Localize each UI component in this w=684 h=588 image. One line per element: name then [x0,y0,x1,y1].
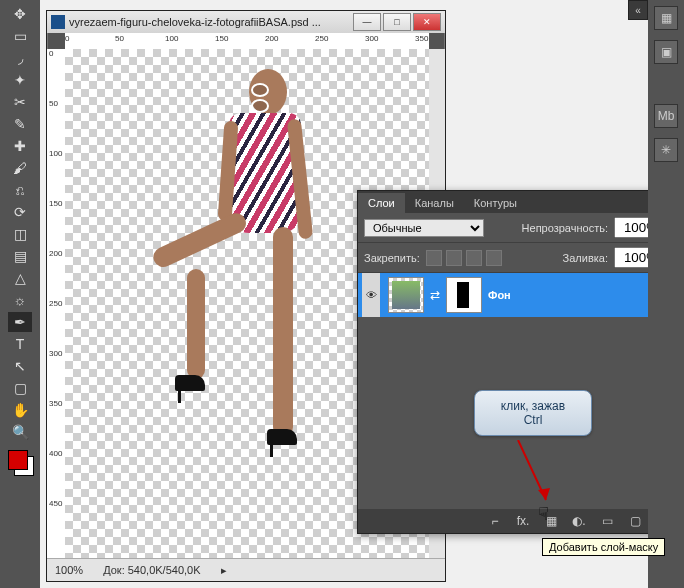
close-button[interactable]: ✕ [413,13,441,31]
layer-name[interactable]: Фон [488,289,511,301]
ruler-vertical[interactable]: 0 50 100 150 200 250 300 350 400 450 [47,49,65,559]
layer-row[interactable]: 👁 ⇄ Фон [358,273,680,317]
tab-layers[interactable]: Слои [358,193,405,213]
blend-row: Обычные Непрозрачность: ▸ [358,213,680,243]
fill-label: Заливка: [563,252,608,264]
link-icon[interactable]: ⇄ [430,288,440,302]
minimize-button[interactable]: — [353,13,381,31]
eraser-tool[interactable]: ◫ [8,224,32,244]
link-icon[interactable]: ⌐ [486,512,504,530]
lock-all-icon[interactable] [486,250,502,266]
ruler-horizontal[interactable]: 0 50 100 150 200 250 300 350 [65,33,429,49]
status-arrow[interactable]: ▸ [221,564,227,577]
layers-panel: Слои Каналы Контуры ▸≡ Обычные Непрозрач… [357,190,681,534]
titlebar[interactable]: vyrezaem-figuru-cheloveka-iz-fotografiiB… [47,11,445,33]
instruction-callout: клик, зажав Ctrl [474,390,592,436]
cutout-figure [157,69,337,499]
lock-transparency-icon[interactable] [426,250,442,266]
callout-line2: Ctrl [481,413,585,427]
maximize-button[interactable]: □ [383,13,411,31]
adjustment-icon[interactable]: ◐. [570,512,588,530]
panel-expand-icon[interactable]: « [628,0,648,20]
color-swatch[interactable] [8,450,32,474]
history-icon[interactable]: ▦ [654,6,678,30]
lock-label: Закрепить: [364,252,420,264]
gradient-tool[interactable]: ▤ [8,246,32,266]
rectangle-tool[interactable]: ▢ [8,378,32,398]
styles-icon[interactable]: ✳ [654,138,678,162]
new-layer-icon[interactable]: ▢ [626,512,644,530]
dodge-tool[interactable]: ☼ [8,290,32,310]
fx-icon[interactable]: fx. [514,512,532,530]
right-dock: ▦ ▣ Mb ✳ [648,0,684,588]
clone-stamp-tool[interactable]: ⎌ [8,180,32,200]
visibility-icon[interactable]: 👁 [362,273,380,317]
healing-brush-tool[interactable]: ✚ [8,136,32,156]
crop-tool[interactable]: ✂ [8,92,32,112]
tab-paths[interactable]: Контуры [464,193,527,213]
eyedropper-tool[interactable]: ✎ [8,114,32,134]
swatches-icon[interactable]: ▣ [654,40,678,64]
lock-pixels-icon[interactable] [446,250,462,266]
hand-tool[interactable]: ✋ [8,400,32,420]
move-tool[interactable]: ✥ [8,4,32,24]
marquee-tool[interactable]: ▭ [8,26,32,46]
callout-line1: клик, зажав [481,399,585,413]
path-select-tool[interactable]: ↖ [8,356,32,376]
magic-wand-tool[interactable]: ✦ [8,70,32,90]
blur-tool[interactable]: △ [8,268,32,288]
lasso-tool[interactable]: ◞ [8,48,32,68]
status-bar: 100% Док: 540,0K/540,0K ▸ [47,558,445,581]
panel-footer: ⌐ fx. ▦ ◐. ▭ ▢ 🗑 [358,509,680,533]
zoom-level[interactable]: 100% [55,564,83,576]
toolbox: ✥ ▭ ◞ ✦ ✂ ✎ ✚ 🖌 ⎌ ⟳ ◫ ▤ △ ☼ ✒ T ↖ ▢ ✋ 🔍 [0,0,40,588]
history-brush-tool[interactable]: ⟳ [8,202,32,222]
type-tool[interactable]: T [8,334,32,354]
zoom-tool[interactable]: 🔍 [8,422,32,442]
character-icon[interactable]: Mb [654,104,678,128]
opacity-label: Непрозрачность: [522,222,608,234]
mask-thumbnail[interactable] [446,277,482,313]
brush-tool[interactable]: 🖌 [8,158,32,178]
lock-position-icon[interactable] [466,250,482,266]
pen-tool[interactable]: ✒ [8,312,32,332]
window-title: vyrezaem-figuru-cheloveka-iz-fotografiiB… [65,16,353,28]
doc-size: Док: 540,0K/540,0K [103,564,200,576]
panel-tabs: Слои Каналы Контуры ▸≡ [358,191,680,213]
layer-thumbnail[interactable] [388,277,424,313]
group-icon[interactable]: ▭ [598,512,616,530]
tab-channels[interactable]: Каналы [405,193,464,213]
blend-mode-select[interactable]: Обычные [364,219,484,237]
app-icon [51,15,65,29]
tooltip: Добавить слой-маску [542,538,665,556]
lock-row: Закрепить: Заливка: ▸ [358,243,680,273]
layers-list[interactable]: 👁 ⇄ Фон [358,273,680,473]
mask-icon[interactable]: ▦ [542,512,560,530]
